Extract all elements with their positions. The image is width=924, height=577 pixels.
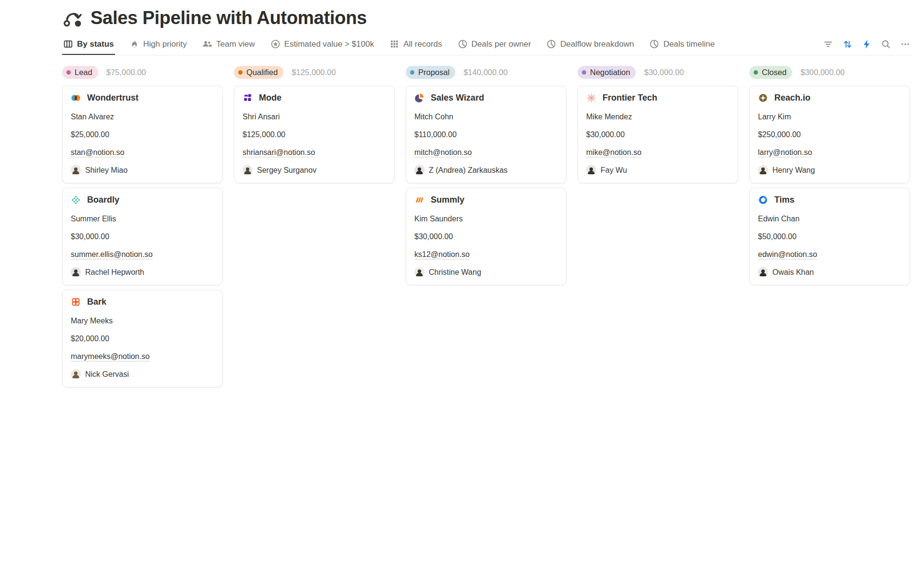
- deal-amount: $25,000.00: [71, 129, 214, 140]
- deal-email[interactable]: marymeeks@notion.so: [71, 351, 150, 361]
- status-badge: Closed: [749, 66, 792, 79]
- summly-stripes-icon: [414, 195, 424, 205]
- deal-amount: $250,000.00: [758, 129, 901, 140]
- star-circle-icon: [270, 39, 281, 49]
- deal-owner: Fay Wu: [601, 166, 627, 175]
- view-toolbar: [821, 38, 912, 55]
- avatar: [71, 165, 81, 175]
- page-title: Sales Pipeline with Automations: [90, 8, 367, 28]
- deal-owner: Rachel Hepworth: [85, 268, 144, 277]
- column-sum: $140,000.00: [463, 68, 508, 77]
- deal-email[interactable]: ks12@notion.so: [414, 249, 470, 259]
- pie-chart-icon: [546, 39, 556, 49]
- tab-dealflow-breakdown[interactable]: Dealflow breakdown: [545, 35, 635, 55]
- column-header[interactable]: Qualified $125,000.00: [234, 65, 395, 79]
- tims-ring-icon: [758, 195, 768, 205]
- deal-email[interactable]: mike@notion.so: [586, 147, 642, 157]
- tab-deals-per-owner[interactable]: Deals per owner: [457, 35, 532, 55]
- status-badge: Qualified: [234, 66, 283, 79]
- deal-company: Boardly: [87, 195, 119, 205]
- view-tabs: By status High priority Team view Estima…: [62, 35, 729, 55]
- deal-email[interactable]: stan@notion.so: [71, 147, 124, 157]
- deal-contact: Stan Alvarez: [71, 112, 214, 122]
- deal-owner-row: Shirley Miao: [71, 165, 214, 175]
- column-header[interactable]: Negotiation $30,000.00: [578, 65, 738, 79]
- tab-by-status[interactable]: By status: [62, 35, 115, 55]
- status-badge: Proposal: [406, 66, 455, 79]
- column-closed: Closed $300,000.00 Reach.io Larry Kim $2…: [749, 65, 910, 290]
- column-sum: $300,000.00: [800, 68, 845, 77]
- tab-label: All records: [403, 39, 442, 49]
- bark-clover-icon: [71, 297, 81, 307]
- deal-owner: Sergey Surganov: [257, 166, 317, 175]
- deal-contact: Edwin Chan: [758, 214, 901, 224]
- column-header[interactable]: Closed $300,000.00: [749, 65, 910, 79]
- grid-icon: [389, 39, 399, 49]
- deal-card-frontier-tech[interactable]: Frontier Tech Mike Mendez $30,000.00 mik…: [578, 86, 738, 183]
- deal-company: Sales Wizard: [431, 93, 484, 103]
- status-badge: Negotiation: [578, 66, 636, 79]
- tab-label: Estimated value > $100k: [284, 39, 374, 49]
- flame-icon: [129, 39, 140, 49]
- deal-company: Tims: [774, 195, 795, 205]
- column-header[interactable]: Proposal $140,000.00: [406, 65, 566, 79]
- deal-contact: Mary Meeks: [71, 316, 214, 326]
- deal-owner: Z (Andrea) Zarkauskas: [429, 166, 508, 175]
- sort-icon[interactable]: [840, 38, 855, 51]
- tab-label: High priority: [143, 39, 187, 49]
- tab-deals-timeline[interactable]: Deals timeline: [648, 35, 716, 55]
- deal-card-tims[interactable]: Tims Edwin Chan $50,000.00 edwin@notion.…: [749, 188, 910, 285]
- pie-chart-icon: [649, 39, 659, 49]
- deal-owner-row: Henry Wang: [758, 165, 901, 175]
- page-header: Sales Pipeline with Automations: [63, 8, 912, 28]
- deal-company: Bark: [87, 297, 106, 307]
- status-dot-icon: [582, 70, 586, 75]
- tab-high-priority[interactable]: High priority: [128, 35, 188, 55]
- deal-amount: $30,000.00: [71, 231, 214, 242]
- more-icon[interactable]: [898, 38, 912, 51]
- avatar: [586, 165, 596, 175]
- deal-card-boardly[interactable]: Boardly Summer Ellis $30,000.00 summer.e…: [62, 188, 223, 285]
- deal-card-wondertrust[interactable]: Wondertrust Stan Alvarez $25,000.00 stan…: [62, 86, 223, 183]
- deal-amount: $30,000.00: [414, 231, 558, 242]
- tab-all-records[interactable]: All records: [388, 35, 443, 55]
- deal-owner: Shirley Miao: [85, 166, 128, 175]
- column-proposal: Proposal $140,000.00 Sales Wizard Mitch …: [406, 65, 566, 290]
- avatar: [414, 165, 424, 175]
- deal-card-bark[interactable]: Bark Mary Meeks $20,000.00 marymeeks@not…: [62, 290, 223, 387]
- deal-card-sales-wizard[interactable]: Sales Wizard Mitch Cohn $110,000.00 mitc…: [406, 86, 566, 183]
- deal-email[interactable]: edwin@notion.so: [758, 249, 817, 259]
- avatar: [71, 369, 81, 379]
- tab-team-view[interactable]: Team view: [201, 35, 256, 55]
- search-icon[interactable]: [879, 38, 893, 51]
- deal-email[interactable]: shriansari@notion.so: [243, 147, 315, 157]
- board-columns-icon: [63, 39, 73, 49]
- tab-label: Dealflow breakdown: [560, 39, 634, 49]
- deal-owner-row: Fay Wu: [586, 165, 730, 175]
- column-header[interactable]: Lead $75,000.00: [62, 65, 223, 79]
- filter-icon[interactable]: [821, 38, 835, 51]
- deal-card-summly[interactable]: Summly Kim Saunders $30,000.00 ks12@noti…: [406, 188, 566, 285]
- deal-owner: Owais Khan: [772, 268, 814, 277]
- deal-owner-row: Owais Khan: [758, 267, 901, 277]
- deal-owner: Henry Wang: [772, 166, 815, 175]
- wondertrust-venn-icon: [71, 93, 81, 103]
- status-label: Lead: [75, 68, 92, 77]
- deal-owner: Nick Gervasi: [85, 370, 129, 379]
- deal-amount: $30,000.00: [586, 129, 730, 140]
- deal-contact: Mike Mendez: [586, 112, 730, 122]
- column-sum: $30,000.00: [644, 68, 684, 77]
- deal-company: Reach.io: [774, 93, 810, 103]
- deal-email[interactable]: mitch@notion.so: [414, 147, 472, 157]
- tab-label: Deals per owner: [472, 39, 531, 49]
- tab-estimated-value[interactable]: Estimated value > $100k: [270, 35, 375, 55]
- automation-bolt-icon[interactable]: [860, 38, 874, 51]
- view-tabbar: By status High priority Team view Estima…: [62, 35, 912, 55]
- avatar: [758, 165, 768, 175]
- deal-card-mode[interactable]: Mode Shri Ansari $125,000.00 shriansari@…: [234, 86, 395, 183]
- deal-email[interactable]: summer.ellis@notion.so: [71, 249, 153, 259]
- status-badge: Lead: [62, 66, 98, 79]
- deal-email[interactable]: larry@notion.so: [758, 147, 812, 157]
- deal-card-reachio[interactable]: Reach.io Larry Kim $250,000.00 larry@not…: [749, 86, 910, 183]
- kanban-board: Lead $75,000.00 Wondertrust Stan Alvarez…: [62, 65, 912, 392]
